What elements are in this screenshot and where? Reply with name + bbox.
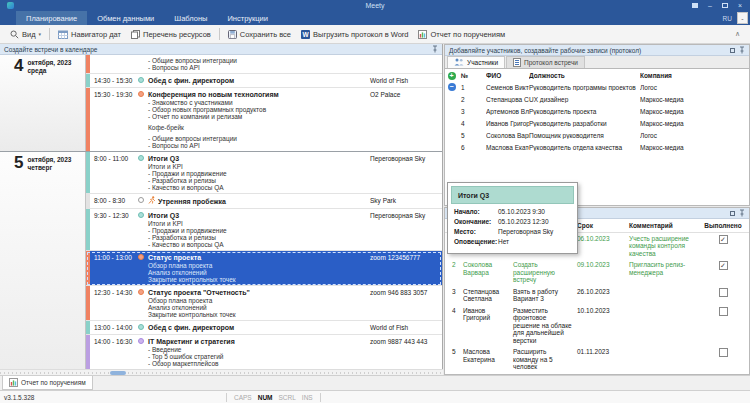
- collapse-ribbon-icon[interactable]: ∧: [735, 30, 750, 38]
- toolbar-button-1[interactable]: Вид▾: [5, 28, 46, 41]
- day-block-5: 5октября, 2023четверг8:00 - 11:00Итоги Q…: [0, 152, 442, 369]
- event-time: 11:00 - 13:00: [90, 252, 136, 283]
- event-title: Итоги Q3: [148, 211, 370, 220]
- participant-row[interactable]: 4Иванов ГригорийРуководитель разработкиМ…: [458, 117, 749, 129]
- event-title: Конференция по новым технологиям: [148, 90, 370, 99]
- toolbar-button-3[interactable]: Перечень ресурсов: [126, 28, 216, 41]
- language-indicator[interactable]: RU: [723, 15, 732, 22]
- bottom-dock-strip: Отчет по поручениям: [0, 375, 750, 390]
- svg-text:W: W: [302, 31, 309, 38]
- people-icon: [454, 58, 464, 67]
- done-checkbox[interactable]: ✓: [719, 261, 728, 270]
- calendar-event[interactable]: 13:00 - 14:00Обед с фин. директоромWorld…: [86, 321, 442, 335]
- task-row[interactable]: 2Соколова ВарвараСоздать расширенную вст…: [445, 259, 749, 286]
- done-checkbox[interactable]: [719, 348, 728, 357]
- tooltip-field: Окончание:05.10.2023 12:30: [451, 217, 574, 227]
- cell: 5: [445, 348, 463, 371]
- calendar-event[interactable]: 14:30 - 15:30Обед с фин. директоромWorld…: [86, 74, 442, 88]
- maximize-icon[interactable]: [722, 2, 728, 9]
- ribbon-tabs: ПланированиеОбмен даннымиШаблоныИнструкц…: [16, 11, 278, 25]
- participant-row[interactable]: 5Соколова ВарвараПомощник руководителяЛо…: [458, 129, 749, 141]
- calendar-event[interactable]: 15:30 - 19:30Конференция по новым технол…: [86, 88, 442, 151]
- event-detail: - Обзор маркетплейсов: [148, 360, 370, 367]
- column-header: №: [458, 72, 486, 79]
- date-cell-5[interactable]: 5октября, 2023четверг: [0, 152, 86, 369]
- close-icon[interactable]: ×: [738, 2, 742, 9]
- toolbar-button-5[interactable]: WВыгрузить протокол в Word: [296, 28, 413, 41]
- cell-done: [697, 348, 749, 371]
- event-time: 13:00 - 14:00: [90, 322, 136, 332]
- cell: Учесть расширение команды контроля качес…: [629, 235, 697, 258]
- participant-row[interactable]: 6Маслова ЕкатеринаРуководитель отдела ка…: [458, 141, 749, 153]
- toolbar-separator: [219, 28, 220, 40]
- calendar-event[interactable]: 8:00 - 11:00Итоги Q3Итоги и KPI- Продажи…: [86, 152, 442, 194]
- calendar-event[interactable]: - Общие вопросы интеграции- Вопросы по A…: [86, 55, 442, 74]
- ribbon-tab-bar: ПланированиеОбмен даннымиШаблоныИнструкц…: [0, 11, 750, 25]
- pages-icon: [131, 30, 140, 39]
- ribbon-tab-2[interactable]: Обмен данными: [87, 11, 164, 25]
- toolbar-button-4[interactable]: Сохранить все: [223, 28, 296, 41]
- minus-circle-icon[interactable]: −: [448, 83, 456, 91]
- pin-icon[interactable]: [432, 45, 438, 53]
- done-checkbox[interactable]: [719, 288, 728, 297]
- calendar-event[interactable]: 14:00 - 16:30IT Маркетинг и стратегия- В…: [86, 335, 442, 369]
- cell: 2: [458, 96, 486, 103]
- dock-tab-report[interactable]: Отчет по поручениям: [2, 376, 93, 390]
- cell: Степанцова Светлана: [463, 288, 513, 303]
- event-time: [90, 56, 136, 71]
- event-location: [370, 56, 442, 71]
- ribbon-toolbar: Вид▾Навигатор датПеречень ресурсовСохран…: [0, 25, 750, 44]
- calendar-event[interactable]: 8:00 - 8:30Утренняя пробежкаSky Park: [86, 194, 442, 209]
- pin-icon[interactable]: [739, 46, 745, 54]
- toolbar-button-2[interactable]: Навигатор дат: [53, 28, 126, 41]
- date-cell-4[interactable]: 4октября, 2023среда: [0, 55, 86, 151]
- minimize-icon[interactable]: –: [708, 2, 712, 9]
- cell: Руководитель разработки: [529, 120, 640, 127]
- event-detail: - Знакомство с участниками: [148, 99, 370, 106]
- cell: Расширить команду на 5 человек: [513, 348, 577, 371]
- participant-row[interactable]: 3Артемонов ВладимирРуководитель проектаМ…: [458, 105, 749, 117]
- cell-done: ✓: [697, 235, 749, 258]
- float-panel-icon[interactable]: [730, 211, 735, 216]
- status-bar: v3.1.5.328 CAPSNUMSCRLINS: [0, 390, 750, 403]
- event-title: IT Маркетинг и стратегия: [148, 337, 370, 346]
- runner-icon: [148, 196, 156, 206]
- event-tooltip: Итоги Q3 Начало:05.10.2023 9:30Окончание…: [447, 182, 578, 254]
- float-panel-icon[interactable]: [730, 48, 735, 53]
- plus-circle-icon[interactable]: +: [448, 72, 456, 80]
- ribbon-tab-3[interactable]: Шаблоны: [164, 11, 217, 25]
- task-row[interactable]: 5Маслова ЕкатеринаРасширить команду на 5…: [445, 346, 749, 373]
- tab-protocol[interactable]: Протокол встречи: [506, 56, 585, 68]
- task-row[interactable]: 3Степанцова СветланаВзять в работу Вариа…: [445, 286, 749, 305]
- event-detail: Анализ отклонений: [148, 304, 370, 311]
- event-type-dot-icon: [138, 254, 144, 260]
- window-style-icon[interactable]: [692, 2, 698, 9]
- event-location: World of Fish: [370, 322, 442, 332]
- event-time: 8:00 - 8:30: [90, 195, 136, 206]
- event-time: 12:30 - 14:30: [90, 287, 136, 318]
- done-checkbox[interactable]: [719, 307, 728, 316]
- pin-icon[interactable]: [739, 209, 745, 217]
- task-row[interactable]: 4Иванов ГригорийРазместить фронтовое реш…: [445, 305, 749, 347]
- participant-row[interactable]: 1Семенов ВикторРуководитель программы пр…: [458, 81, 749, 93]
- report-mini-icon: [9, 378, 18, 387]
- calendar-event[interactable]: 11:00 - 13:00Статус проектаОбзор плана п…: [86, 251, 442, 286]
- ribbon-tab-4[interactable]: Инструкции: [217, 11, 278, 25]
- column-header: Компания: [640, 72, 749, 79]
- tooltip-field: Место:Переговорная Sky: [451, 227, 574, 237]
- event-type-dot-icon: [138, 197, 144, 203]
- participant-row[interactable]: 2Степанцова СветланаUX дизайнерМаркос-ме…: [458, 93, 749, 105]
- toolbar-button-6[interactable]: Отчет по поручениям: [413, 28, 510, 41]
- cell: 06.10.2023: [577, 235, 629, 258]
- tab-participants[interactable]: Участники: [447, 56, 505, 68]
- participants-rows: №ФИОДолжностьКомпания1Семенов ВикторРуко…: [458, 69, 749, 153]
- calendar-event[interactable]: 9:30 - 12:30Итоги Q3Итоги и KPI- Продажи…: [86, 209, 442, 251]
- language-dropdown[interactable]: -: [737, 12, 748, 24]
- cell: Руководитель отдела качества: [529, 144, 640, 151]
- ribbon-tab-1[interactable]: Планирование: [16, 11, 87, 25]
- done-checkbox[interactable]: ✓: [719, 235, 728, 244]
- calendar-event[interactable]: 12:30 - 14:30Статус проекта "Отчетность"…: [86, 286, 442, 321]
- title-bar: Meety – ×: [0, 0, 750, 11]
- event-detail: - Отчет по компании и релизам: [148, 113, 370, 120]
- tabbar-right: RU -: [723, 11, 750, 25]
